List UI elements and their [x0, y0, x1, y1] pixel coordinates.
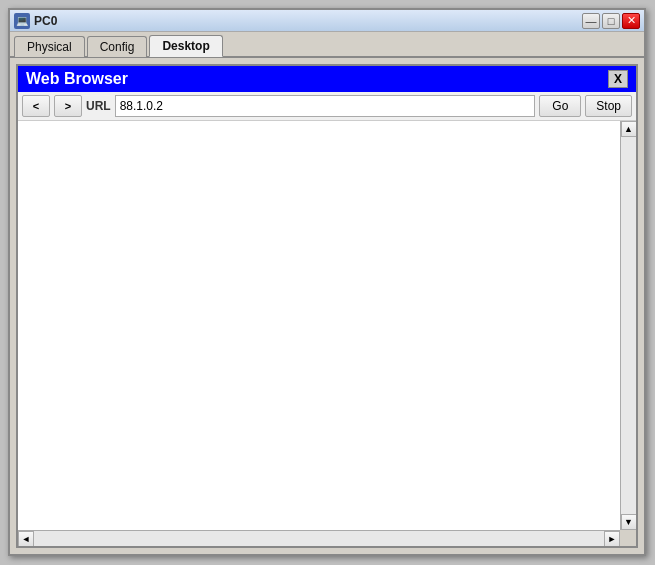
title-bar: 💻 PC0 — □ ✕	[10, 10, 644, 32]
window-icon: 💻	[14, 13, 30, 29]
scroll-down-arrow[interactable]: ▼	[621, 514, 637, 530]
scroll-v-track[interactable]	[621, 137, 636, 514]
browser-panel: Web Browser X < > URL Go Stop ▲ ▼	[16, 64, 638, 548]
close-button[interactable]: ✕	[622, 13, 640, 29]
minimize-button[interactable]: —	[582, 13, 600, 29]
scroll-up-arrow[interactable]: ▲	[621, 121, 637, 137]
url-label: URL	[86, 99, 111, 113]
maximize-button[interactable]: □	[602, 13, 620, 29]
forward-button[interactable]: >	[54, 95, 82, 117]
tabs-bar: Physical Config Desktop	[10, 32, 644, 58]
stop-button[interactable]: Stop	[585, 95, 632, 117]
browser-content: ▲ ▼ ◄ ►	[18, 121, 636, 546]
scrollbar-corner	[620, 530, 636, 546]
content-area: Web Browser X < > URL Go Stop ▲ ▼	[10, 58, 644, 554]
tab-config[interactable]: Config	[87, 36, 148, 57]
tab-desktop[interactable]: Desktop	[149, 35, 222, 57]
url-input[interactable]	[115, 95, 536, 117]
go-button[interactable]: Go	[539, 95, 581, 117]
browser-title: Web Browser	[26, 70, 128, 88]
tab-physical[interactable]: Physical	[14, 36, 85, 57]
main-window: 💻 PC0 — □ ✕ Physical Config Desktop Web …	[8, 8, 646, 556]
scroll-h-track[interactable]	[34, 531, 604, 546]
browser-title-bar: Web Browser X	[18, 66, 636, 92]
scroll-right-arrow[interactable]: ►	[604, 531, 620, 547]
title-bar-buttons: — □ ✕	[582, 13, 640, 29]
horizontal-scrollbar[interactable]: ◄ ►	[18, 530, 620, 546]
back-button[interactable]: <	[22, 95, 50, 117]
browser-toolbar: < > URL Go Stop	[18, 92, 636, 121]
title-bar-left: 💻 PC0	[14, 13, 57, 29]
vertical-scrollbar[interactable]: ▲ ▼	[620, 121, 636, 530]
browser-close-button[interactable]: X	[608, 70, 628, 88]
window-title: PC0	[34, 14, 57, 28]
scroll-left-arrow[interactable]: ◄	[18, 531, 34, 547]
